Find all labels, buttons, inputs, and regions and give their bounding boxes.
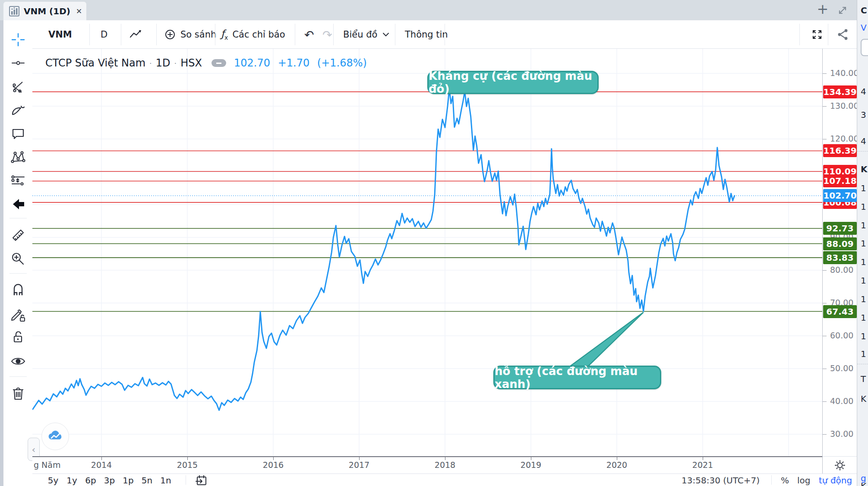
clipped-panel-text: 1 — [861, 294, 866, 304]
undo-button[interactable]: ↶ — [304, 20, 314, 49]
time-tick-dash — [273, 457, 274, 460]
support-price-badge: 83.83 — [823, 251, 857, 264]
clipped-panel-text: K — [861, 394, 866, 404]
chart-layout-menu[interactable]: Biểu đồ — [343, 20, 389, 49]
goto-date-button[interactable] — [195, 474, 207, 486]
broker-logo-icon — [41, 423, 69, 450]
range-button-5y[interactable]: 5y — [45, 474, 61, 486]
log-scale-toggle[interactable]: log — [797, 474, 811, 486]
clipped-panel-text: 1 — [861, 257, 866, 267]
time-tick-label: 2018 — [428, 460, 462, 470]
price-tick-dash — [823, 139, 827, 139]
clipped-panel-text: 1 — [861, 312, 866, 323]
eye-icon — [10, 353, 26, 369]
time-tick-dash — [617, 457, 617, 460]
time-tick-label: 2014 — [84, 460, 119, 470]
symbol-button[interactable]: VNM — [48, 20, 72, 49]
clipped-panel-text: 1 — [861, 331, 866, 341]
support-annotation[interactable]: hỗ trợ (các đường màu xanh) — [493, 366, 661, 389]
auto-scale-toggle[interactable]: tự động — [819, 474, 852, 486]
remove-drawings-tool[interactable] — [3, 386, 32, 401]
time-tick-dash — [187, 457, 188, 460]
xabcd-pattern-icon — [10, 149, 26, 165]
hide-series-icon[interactable] — [211, 59, 226, 67]
symbol-name[interactable]: CTCP Sữa Việt Nam — [45, 57, 145, 69]
fx-icon: ƒx — [221, 28, 228, 41]
price-tick-label: 40.00 — [830, 396, 853, 406]
crosshair-tool[interactable] — [3, 32, 32, 47]
time-axis[interactable]: g Năm 20142015201620172018201920202021 — [32, 456, 822, 473]
price-chart[interactable] — [32, 49, 822, 456]
time-axis-partial-label: g Năm — [34, 460, 60, 470]
clipped-panel-text: K — [861, 164, 868, 174]
trend-line-tool[interactable] — [3, 56, 32, 70]
fullscreen-button[interactable] — [810, 20, 824, 49]
time-tick-dash — [359, 457, 360, 460]
clipped-panel-divider — [857, 151, 868, 151]
calendar-goto-icon — [195, 475, 207, 486]
chart-tab[interactable]: VNM (1D) ✕ — [3, 2, 86, 20]
lock-all-tool[interactable] — [3, 329, 32, 345]
current-price-badge: 102.70 — [823, 189, 857, 202]
price-tick-dash — [823, 434, 827, 435]
info-button[interactable]: Thông tin — [405, 20, 448, 49]
hide-drawings-tool[interactable] — [3, 353, 32, 369]
magnet-tool[interactable] — [3, 282, 32, 298]
share-button[interactable] — [836, 20, 850, 49]
expand-tab-icon[interactable] — [836, 4, 849, 16]
brush-tool[interactable] — [3, 103, 32, 118]
range-button-3p[interactable]: 3p — [101, 474, 118, 486]
back-tool[interactable] — [3, 196, 32, 212]
axis-settings-button[interactable] — [822, 456, 857, 473]
clipped-panel-text: 1 — [861, 349, 866, 359]
redo-button[interactable]: ↷ — [322, 20, 332, 49]
clipped-panel-text: 1 — [861, 275, 866, 286]
clock: 13:58:30 (UTC+7) — [643, 474, 760, 486]
line-chart-icon — [129, 28, 144, 41]
chart-style-button[interactable] — [129, 20, 144, 49]
time-tick-label: 2015 — [170, 460, 205, 470]
tab-title: VNM (1D) — [24, 6, 70, 16]
percent-scale-toggle[interactable]: % — [781, 474, 789, 486]
legend-exchange: HSX — [180, 57, 202, 69]
price-change: +1.70 — [278, 57, 310, 69]
indicators-button[interactable]: ƒx Các chỉ báo — [221, 20, 285, 49]
range-button-1p[interactable]: 1p — [120, 474, 136, 486]
sun-icon — [834, 459, 846, 471]
ruler-tool[interactable] — [3, 227, 32, 243]
trading-app-window: VNM (1D) ✕ + VNM D So sánh ƒx — [0, 0, 868, 486]
fib-retracement-tool[interactable] — [3, 79, 32, 95]
clipped-panel-text: K — [861, 481, 866, 486]
range-button-6p[interactable]: 6p — [82, 474, 99, 486]
fib-retracement-icon — [10, 79, 26, 95]
time-tick-label: 2016 — [256, 460, 290, 470]
range-button-1y[interactable]: 1y — [64, 474, 80, 486]
new-chart-button[interactable]: + — [815, 1, 830, 17]
text-note-tool[interactable] — [3, 126, 32, 142]
price-axis[interactable]: 140.00130.00120.00110.00100.0090.0080.00… — [822, 49, 857, 456]
xabcd-pattern-tool[interactable] — [3, 149, 32, 165]
resistance-annotation[interactable]: Kháng cự (các đường màu đỏ) — [427, 71, 599, 94]
drawing-lock-tool[interactable] — [3, 307, 32, 324]
price-tick-dash — [823, 401, 827, 402]
price-tick-dash — [823, 73, 827, 74]
close-tab-icon[interactable]: ✕ — [76, 7, 82, 16]
price-tick-label: 80.00 — [830, 265, 853, 275]
price-tick-label: 60.00 — [830, 331, 853, 340]
range-button-1n[interactable]: 1n — [158, 474, 174, 486]
magnet-icon — [10, 282, 26, 298]
range-button-5n[interactable]: 5n — [139, 474, 155, 486]
time-tick-label: 2021 — [685, 460, 720, 470]
compare-button[interactable]: So sánh — [164, 20, 216, 49]
price-tick-dash — [823, 336, 827, 336]
zoom-in-tool[interactable] — [3, 251, 32, 267]
forecast-tool[interactable] — [3, 173, 32, 188]
price-tick-dash — [823, 303, 827, 303]
clipped-panel-text: V — [861, 22, 867, 33]
price-tick-label: 120.00 — [830, 134, 859, 143]
pencil-lock-icon — [10, 307, 26, 324]
interval-button[interactable]: D — [101, 20, 107, 49]
resistance-price-badge: 107.18 — [823, 174, 857, 187]
price-tick-dash — [823, 270, 827, 271]
price-series-line — [33, 89, 735, 410]
